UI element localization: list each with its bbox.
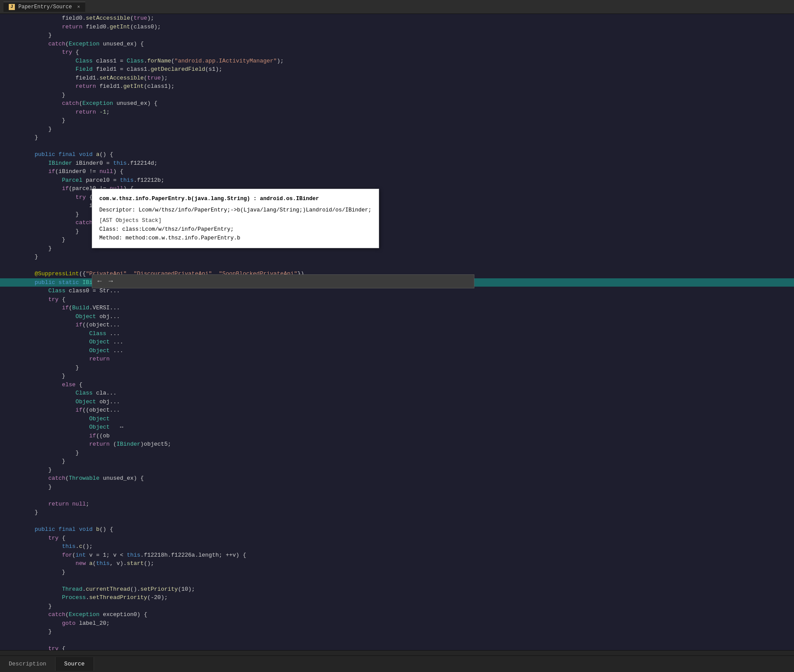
line-code: return (IBinder)object5; xyxy=(21,440,791,449)
line-code: } xyxy=(21,372,791,381)
line-number xyxy=(0,355,21,364)
code-line: public final void b() { xyxy=(0,525,794,534)
tooltip-line2: Descriptor: Lcom/w/thsz/info/PaperEntry;… xyxy=(99,206,372,215)
code-line: Class class1 = Class.forName("android.ap… xyxy=(0,57,794,66)
line-number xyxy=(0,295,21,304)
horizontal-scrollbar[interactable] xyxy=(0,650,794,655)
code-line: Class ... xyxy=(0,329,794,338)
line-number xyxy=(0,167,21,176)
line-code: if((ob xyxy=(21,432,791,440)
line-code: } xyxy=(21,457,791,466)
code-line: if((object... xyxy=(0,406,794,415)
line-code: catch(Exception exception0) { xyxy=(21,610,791,619)
line-code: } xyxy=(21,483,791,492)
line-code: this.c(); xyxy=(21,542,791,551)
line-code: field1.setAccessible(true); xyxy=(21,74,791,83)
line-number xyxy=(0,133,21,142)
line-code: Object obj... xyxy=(21,312,791,321)
line-code: } xyxy=(21,125,791,134)
line-number xyxy=(0,236,21,244)
code-scroll-area[interactable]: field0.setAccessible(true); return field… xyxy=(0,14,794,650)
code-editor: field0.setAccessible(true); return field… xyxy=(0,14,794,650)
line-number xyxy=(0,525,21,534)
line-number xyxy=(0,568,21,577)
code-line: } xyxy=(0,116,794,125)
tooltip-method-line: Method: method:com.w.thsz.info.PaperEntr… xyxy=(99,234,372,242)
code-line xyxy=(0,491,794,500)
line-number xyxy=(0,466,21,475)
line-number xyxy=(0,338,21,346)
line-code: if(Build.VERSI... xyxy=(21,304,791,312)
close-tab-button[interactable]: × xyxy=(77,4,80,10)
line-number xyxy=(0,585,21,594)
editor-tab[interactable]: J PaperEntry/Source × xyxy=(3,2,85,12)
line-number xyxy=(0,500,21,509)
line-number xyxy=(0,210,21,219)
line-number xyxy=(0,551,21,560)
line-number xyxy=(0,287,21,295)
line-code: try { xyxy=(21,48,791,57)
code-line xyxy=(0,636,794,645)
code-line: Process.setThreadPriority(-20); xyxy=(0,593,794,602)
code-line: field1.setAccessible(true); xyxy=(0,74,794,83)
code-line: return xyxy=(0,355,794,364)
line-code: Process.setThreadPriority(-20); xyxy=(21,593,791,602)
code-line: } xyxy=(0,457,794,466)
line-number xyxy=(0,65,21,74)
line-number xyxy=(0,593,21,602)
nav-back-arrow[interactable]: ← xyxy=(96,277,104,286)
code-line: if((ob xyxy=(0,432,794,440)
line-number xyxy=(0,644,21,650)
file-icon: J xyxy=(9,4,15,10)
line-number xyxy=(0,261,21,270)
code-line xyxy=(0,517,794,526)
line-number xyxy=(0,74,21,83)
tooltip-class-line: Class: class:Lcom/w/thsz/info/PaperEntry… xyxy=(99,225,372,234)
line-number xyxy=(0,108,21,117)
code-line: for(int v = 1; v < this.f12218h.f12226a.… xyxy=(0,551,794,560)
line-code: Object xyxy=(21,415,791,423)
code-line: if((object... xyxy=(0,321,794,329)
line-code: return field0.getInt(class0); xyxy=(21,23,791,31)
line-number xyxy=(0,474,21,483)
bottom-tab-description[interactable]: Description xyxy=(0,657,56,671)
line-number xyxy=(0,218,21,227)
line-number xyxy=(0,398,21,406)
code-line: catch(Exception exception0) { xyxy=(0,610,794,619)
bottom-tab-source[interactable]: Source xyxy=(56,657,94,671)
tooltip-section-header: [AST Objects Stack] xyxy=(99,216,372,225)
code-line: try { xyxy=(0,48,794,57)
code-line: if(iBinder0 != null) { xyxy=(0,167,794,176)
line-code xyxy=(21,576,791,585)
line-number xyxy=(0,457,21,466)
line-code: try { xyxy=(21,644,791,650)
line-code: else { xyxy=(21,381,791,389)
nav-forward-arrow[interactable]: → xyxy=(107,277,115,286)
line-number xyxy=(0,125,21,134)
line-number xyxy=(0,381,21,389)
code-line: else { xyxy=(0,381,794,389)
code-line: Object obj... xyxy=(0,312,794,321)
code-line: Object obj... xyxy=(0,398,794,406)
code-line: catch(Exception unused_ex) { xyxy=(0,40,794,48)
line-number xyxy=(0,312,21,321)
line-number xyxy=(0,627,21,636)
code-line: catch(Exception unused_ex) { xyxy=(0,99,794,108)
tooltip-popup: com.w.thsz.info.PaperEntry.b(java.lang.S… xyxy=(92,189,379,248)
code-line: try { xyxy=(0,644,794,650)
line-code: Class ... xyxy=(21,329,791,338)
line-number xyxy=(0,159,21,168)
title-bar: J PaperEntry/Source × xyxy=(0,0,794,14)
line-code: } xyxy=(21,253,791,261)
line-number xyxy=(0,270,21,278)
line-number xyxy=(0,542,21,551)
code-line: } xyxy=(0,627,794,636)
line-number xyxy=(0,31,21,40)
code-line: new a(this, v).start(); xyxy=(0,559,794,568)
code-line: public final void a() { xyxy=(0,150,794,159)
line-code: } xyxy=(21,602,791,611)
line-number xyxy=(0,244,21,253)
code-line xyxy=(0,142,794,151)
code-line: Parcel parcel0 = this.f12212b; xyxy=(0,176,794,185)
line-code: Object obj... xyxy=(21,398,791,406)
